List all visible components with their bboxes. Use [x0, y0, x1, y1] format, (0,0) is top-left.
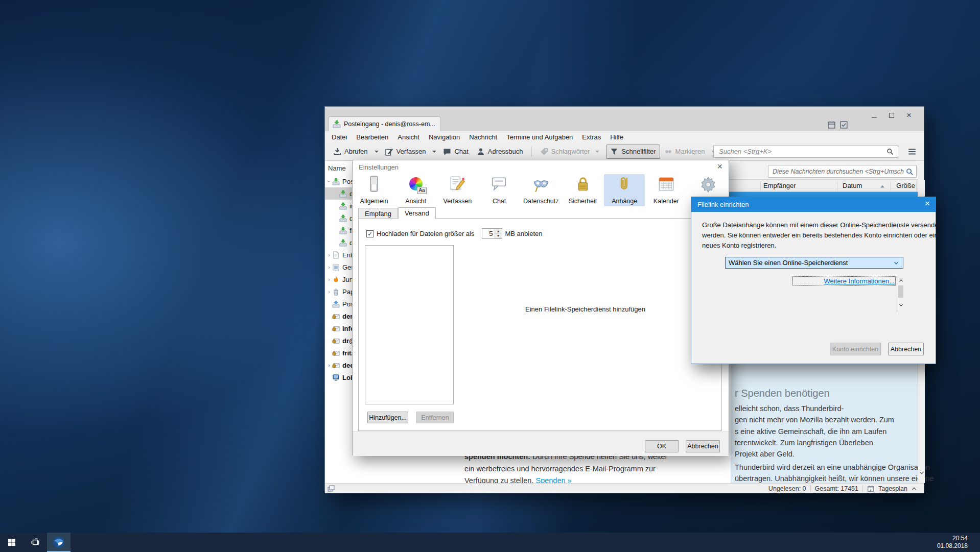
status-bar: Ungelesen: 0 Gesamt: 17451 1 Tagesplan: [325, 483, 924, 493]
menu-bearbeiten[interactable]: Bearbeiten: [352, 133, 393, 141]
settings-dialog: Einstellungen × AllgemeinAaAnsichtVerfas…: [352, 160, 729, 455]
compose-icon: [385, 148, 393, 156]
category-sicherheit[interactable]: Sicherheit: [563, 174, 603, 206]
quick-filter-search-input[interactable]: Diese Nachrichten durchsuchen <Strg+Umsc…: [768, 165, 917, 178]
window-titlebar[interactable]: Posteingang - denis@ross-em... ×: [325, 107, 924, 131]
menu-navigation[interactable]: Navigation: [424, 133, 464, 141]
entfernen-button[interactable]: Entfernen: [416, 412, 454, 423]
menu-ansicht[interactable]: Ansicht: [393, 133, 424, 141]
expander-icon[interactable]: ›: [326, 362, 332, 368]
category-allgemein[interactable]: Allgemein: [354, 174, 394, 206]
scrollbar-thumb[interactable]: [898, 285, 903, 298]
weitere-informationen-link[interactable]: Weitere Informationen...: [794, 277, 895, 285]
unread-count: Ungelesen: 0: [768, 485, 806, 492]
thunderbird-taskbar-button[interactable]: [47, 533, 71, 552]
mail-tab[interactable]: Posteingang - denis@ross-em...: [328, 116, 441, 131]
start-button[interactable]: [0, 533, 24, 552]
menu-termine-und-aufgaben[interactable]: Termine und Aufgaben: [502, 133, 577, 141]
tagesplan-label[interactable]: Tagesplan: [878, 485, 907, 492]
cat-display-icon: Aa: [407, 175, 425, 193]
size-spinner[interactable]: 5 ▲▼: [482, 228, 502, 239]
abrufen-button[interactable]: Abrufen: [329, 145, 372, 159]
draft-icon: [332, 251, 340, 259]
schlagwoerter-button[interactable]: Schlagwörter: [536, 145, 606, 159]
abbrechen-button[interactable]: Abbrechen: [686, 440, 720, 452]
status-divider: [862, 485, 863, 492]
category-chat[interactable]: Chat: [479, 174, 520, 206]
column-divider: [837, 181, 837, 190]
spinner-up-icon[interactable]: ▲: [495, 229, 502, 234]
cat-attachment-icon: [616, 175, 633, 193]
search-icon: [886, 148, 894, 155]
abrufen-dropdown-icon[interactable]: [375, 151, 379, 153]
clock-date: 01.08.2018: [937, 542, 968, 550]
settings-categories: AllgemeinAaAnsichtVerfassenChatDatenschu…: [353, 174, 729, 206]
expander-icon[interactable]: ›: [326, 252, 332, 258]
konto-einrichten-button[interactable]: Konto einrichten: [830, 343, 881, 355]
menu-datei[interactable]: Datei: [327, 133, 352, 141]
column-empfaenger[interactable]: Empfänger: [763, 182, 796, 189]
scroll-down-icon[interactable]: [899, 303, 903, 307]
provider-dropdown-value: Wählen Sie einen Online-Speicherdienst: [729, 259, 848, 267]
settings-close-icon[interactable]: ×: [717, 161, 722, 172]
filelink-abbrechen-button[interactable]: Abbrechen: [888, 343, 924, 355]
app-menu-icon[interactable]: [907, 147, 917, 156]
calendar-tab-icon[interactable]: [827, 121, 836, 129]
provider-listbox[interactable]: [365, 245, 454, 404]
category-ansicht[interactable]: AaAnsicht: [395, 174, 436, 206]
settings-button-row: OK Abbrechen: [353, 431, 729, 456]
donation-text-left: spenden möchten: Durch Ihre Spende helfe…: [464, 451, 667, 487]
funnel-icon: [610, 148, 618, 156]
adressbuch-button[interactable]: Adressbuch: [473, 145, 527, 159]
maximize-button[interactable]: [883, 109, 900, 122]
category-verfassen[interactable]: Verfassen: [437, 174, 478, 206]
column-datum[interactable]: Datum: [843, 182, 862, 189]
schlagwoerter-dropdown-icon: [595, 151, 599, 153]
task-view-button[interactable]: [24, 533, 47, 552]
markieren-button[interactable]: Markieren: [660, 145, 709, 159]
size-value[interactable]: 5: [482, 229, 495, 238]
menu-nachricht[interactable]: Nachricht: [464, 133, 502, 141]
menu-extras[interactable]: Extras: [577, 133, 605, 141]
account-icon: [332, 325, 340, 332]
hinzufuegen-button[interactable]: Hinzufügen...: [367, 412, 408, 423]
tab-empfang[interactable]: Empfang: [358, 208, 398, 219]
column-groesse[interactable]: Größe: [893, 182, 915, 189]
taskbar-clock[interactable]: 20:54 01.08.2018: [937, 535, 968, 550]
minimize-button[interactable]: [866, 109, 883, 122]
chat-button[interactable]: Chat: [439, 145, 472, 159]
expander-icon[interactable]: ›: [326, 276, 332, 282]
account-icon: [332, 337, 340, 345]
menu-hilfe[interactable]: Hilfe: [605, 133, 628, 141]
close-button[interactable]: ×: [900, 109, 918, 122]
filelink-close-icon[interactable]: ×: [925, 199, 930, 209]
category-anhnge[interactable]: Anhänge: [604, 174, 645, 206]
ok-button[interactable]: OK: [645, 440, 679, 452]
tag-icon: [540, 148, 548, 156]
expander-icon[interactable]: ›: [326, 289, 332, 295]
category-kalender[interactable]: Kalender: [646, 174, 687, 206]
scroll-up-icon[interactable]: [899, 278, 903, 283]
expander-icon[interactable]: ›: [326, 264, 332, 270]
account-icon: [332, 362, 340, 369]
verfassen-dropdown-icon[interactable]: [432, 151, 436, 153]
spinner-down-icon[interactable]: ▼: [495, 234, 502, 239]
schnellfilter-button[interactable]: Schnellfilter: [606, 145, 660, 159]
inbox-icon: [339, 239, 347, 247]
chevron-up-icon[interactable]: [912, 486, 917, 491]
verfassen-button[interactable]: Verfassen: [381, 145, 430, 159]
global-search-input[interactable]: Suchen <Strg+K>: [713, 145, 898, 158]
expander-icon[interactable]: ›: [326, 178, 332, 184]
tasks-tab-icon[interactable]: [839, 121, 848, 129]
provider-list-scrollbar[interactable]: [897, 276, 904, 312]
markieren-icon: [664, 148, 672, 156]
category-datenschutz[interactable]: Datenschutz: [521, 174, 562, 206]
scroll-down-icon[interactable]: [919, 470, 924, 475]
tab-versand[interactable]: Versand: [398, 207, 436, 219]
svg-text:1: 1: [870, 488, 872, 491]
provider-dropdown[interactable]: Wählen Sie einen Online-Speicherdienst: [725, 257, 903, 269]
upload-checkbox[interactable]: ✓: [366, 230, 374, 237]
filelink-titlebar[interactable]: Filelink einrichten ×: [691, 197, 936, 212]
search-icon: [906, 168, 914, 176]
gear-icon: [699, 175, 717, 193]
